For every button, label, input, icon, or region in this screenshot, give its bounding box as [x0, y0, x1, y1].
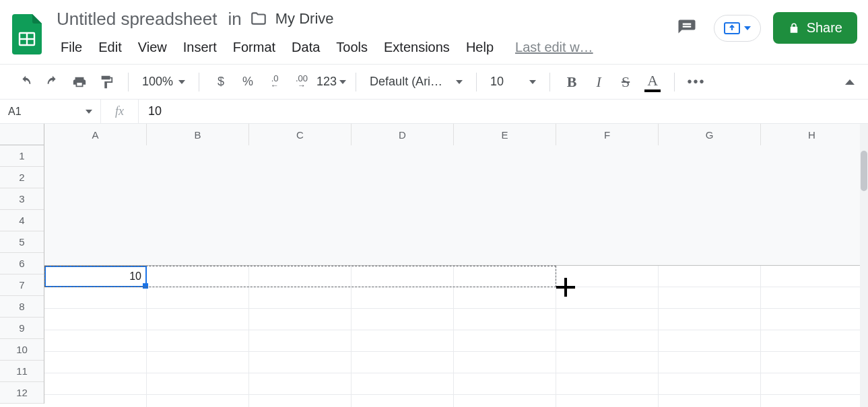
row-header-5[interactable]: 5 [0, 231, 44, 253]
cell-C7[interactable] [249, 395, 352, 407]
present-button[interactable] [714, 15, 761, 42]
row-header-12[interactable]: 12 [0, 382, 44, 404]
redo-button[interactable] [40, 70, 65, 94]
cell-D3[interactable] [352, 309, 454, 330]
cell-F7[interactable] [556, 395, 659, 407]
row-header-9[interactable]: 9 [0, 318, 44, 339]
cell-A4[interactable] [44, 330, 147, 352]
menu-format[interactable]: Format [226, 36, 282, 59]
menu-insert[interactable]: Insert [176, 36, 224, 59]
folder-icon[interactable] [250, 10, 267, 28]
font-size-select[interactable]: 10 [486, 72, 540, 91]
column-header-D[interactable]: D [352, 124, 454, 145]
cells-area[interactable]: 10 [44, 266, 868, 407]
cell-A1[interactable]: 10 [44, 266, 147, 287]
cell-H5[interactable] [761, 352, 863, 373]
cell-H7[interactable] [761, 395, 863, 407]
row-header-10[interactable]: 10 [0, 339, 44, 361]
cell-B3[interactable] [147, 309, 249, 330]
column-header-C[interactable]: C [249, 124, 352, 145]
bold-button[interactable]: B [560, 70, 584, 94]
column-header-F[interactable]: F [556, 124, 659, 145]
cell-E4[interactable] [454, 330, 556, 352]
decrease-decimal-button[interactable]: .0← [263, 70, 287, 94]
cell-F5[interactable] [556, 352, 659, 373]
cell-H4[interactable] [761, 330, 863, 352]
cell-C4[interactable] [249, 330, 352, 352]
cell-D5[interactable] [352, 352, 454, 373]
menu-view[interactable]: View [131, 36, 174, 59]
row-header-1[interactable]: 1 [0, 145, 44, 167]
cell-F6[interactable] [556, 373, 659, 395]
column-header-A[interactable]: A [44, 124, 147, 145]
cell-F4[interactable] [556, 330, 659, 352]
menu-tools[interactable]: Tools [329, 36, 374, 59]
cell-F2[interactable] [556, 287, 659, 309]
cell-A5[interactable] [44, 352, 147, 373]
fill-handle[interactable] [143, 283, 148, 289]
number-format-select[interactable]: 123 [316, 75, 346, 89]
column-header-H[interactable]: H [761, 124, 863, 145]
undo-button[interactable] [13, 70, 38, 94]
row-header-4[interactable]: 4 [0, 210, 44, 231]
cell-G2[interactable] [659, 287, 761, 309]
cell-A6[interactable] [44, 373, 147, 395]
menu-edit[interactable]: Edit [92, 36, 128, 59]
cell-D4[interactable] [352, 330, 454, 352]
cell-H3[interactable] [761, 309, 863, 330]
cell-E6[interactable] [454, 373, 556, 395]
cell-G5[interactable] [659, 352, 761, 373]
name-box[interactable]: A1 [0, 100, 101, 123]
row-header-7[interactable]: 7 [0, 274, 44, 296]
row-header-6[interactable]: 6 [0, 253, 44, 274]
paint-format-button[interactable] [94, 70, 119, 94]
cell-B6[interactable] [147, 373, 249, 395]
cell-H2[interactable] [761, 287, 863, 309]
column-header-B[interactable]: B [147, 124, 249, 145]
share-button[interactable]: Share [773, 12, 857, 44]
comments-button[interactable] [672, 13, 702, 43]
zoom-select[interactable]: 100% [138, 72, 189, 91]
strikethrough-button[interactable]: S [613, 70, 638, 94]
print-button[interactable] [67, 70, 92, 94]
cell-D6[interactable] [352, 373, 454, 395]
italic-button[interactable]: I [587, 70, 611, 94]
cell-G4[interactable] [659, 330, 761, 352]
cell-G3[interactable] [659, 309, 761, 330]
cell-A3[interactable] [44, 309, 147, 330]
select-all-corner[interactable] [0, 124, 44, 145]
cell-D2[interactable] [352, 287, 454, 309]
cell-A2[interactable] [44, 287, 147, 309]
cell-H1[interactable] [761, 266, 863, 287]
cell-E3[interactable] [454, 309, 556, 330]
last-edit-link[interactable]: Last edit w… [515, 40, 593, 55]
doc-title[interactable]: Untitled spreadsheet [54, 7, 220, 31]
sheets-logo[interactable] [11, 12, 43, 57]
format-currency-button[interactable]: $ [209, 70, 233, 94]
row-header-8[interactable]: 8 [0, 296, 44, 318]
column-header-E[interactable]: E [454, 124, 556, 145]
menu-help[interactable]: Help [459, 36, 500, 59]
cell-A7[interactable] [44, 395, 147, 407]
cell-B4[interactable] [147, 330, 249, 352]
drive-location[interactable]: My Drive [275, 10, 334, 28]
cell-B7[interactable] [147, 395, 249, 407]
more-tools-button[interactable]: ••• [684, 70, 708, 94]
column-header-G[interactable]: G [659, 124, 761, 145]
vertical-scrollbar[interactable] [860, 124, 868, 407]
cell-G6[interactable] [659, 373, 761, 395]
cell-D1[interactable] [352, 266, 454, 287]
cell-E1[interactable] [454, 266, 556, 287]
scrollbar-thumb[interactable] [861, 151, 867, 191]
cell-C1[interactable] [249, 266, 352, 287]
cell-B2[interactable] [147, 287, 249, 309]
collapse-toolbar-button[interactable] [845, 79, 855, 85]
cell-E5[interactable] [454, 352, 556, 373]
menu-extensions[interactable]: Extensions [377, 36, 457, 59]
cell-E7[interactable] [454, 395, 556, 407]
cell-F3[interactable] [556, 309, 659, 330]
font-select[interactable]: Default (Ari… [366, 72, 467, 91]
cell-H6[interactable] [761, 373, 863, 395]
formula-input[interactable] [139, 100, 868, 123]
menu-data[interactable]: Data [285, 36, 327, 59]
